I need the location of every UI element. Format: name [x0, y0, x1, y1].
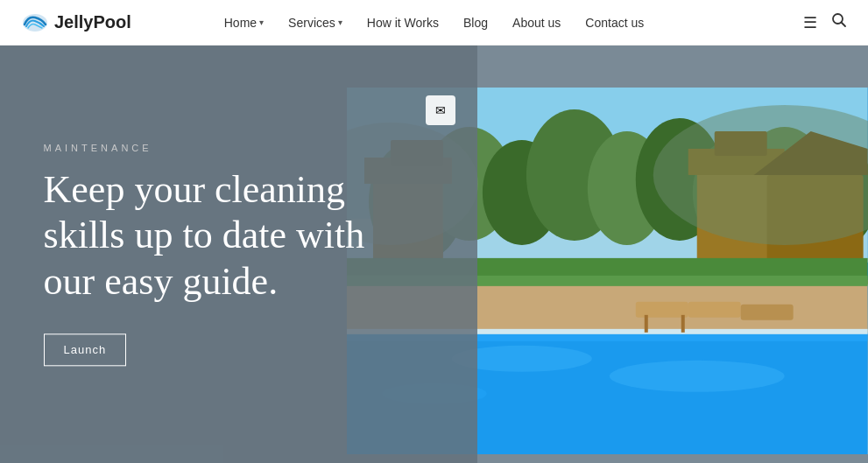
nav-item-about[interactable]: About us	[512, 15, 561, 31]
search-icon	[831, 14, 847, 32]
svg-rect-33	[681, 315, 685, 333]
navbar-actions: ☰	[803, 12, 847, 32]
nav-blog-label: Blog	[463, 16, 488, 30]
nav-item-how-it-works[interactable]: How it Works	[367, 15, 439, 31]
nav-contact-label: Contact us	[585, 16, 644, 30]
svg-line-2	[842, 23, 846, 27]
hero-badge-icon: ✉	[426, 95, 455, 125]
nav-how-it-works-label: How it Works	[367, 16, 439, 30]
svg-rect-30	[688, 302, 741, 318]
nav-home-label: Home	[224, 16, 257, 30]
svg-rect-32	[645, 315, 648, 333]
hero-cta-label: Launch	[64, 343, 107, 356]
nav-item-home[interactable]: Home ▾	[224, 16, 264, 30]
jellypool-logo-icon	[21, 9, 49, 37]
search-icon-button[interactable]	[831, 12, 847, 32]
navbar: JellyPool Home ▾ Services ▾ How it Works…	[0, 0, 868, 46]
hamburger-icon: ☰	[803, 14, 817, 32]
hero-title: Keep your cleaning skills up to date wit…	[44, 167, 377, 305]
svg-point-26	[610, 361, 785, 392]
badge-symbol: ✉	[435, 103, 446, 118]
nav-services-label: Services	[288, 16, 335, 30]
hero-cta-button[interactable]: Launch	[44, 333, 127, 366]
nav-links: Home ▾ Services ▾ How it Works Blog Abou…	[224, 15, 644, 31]
hero-section: ✉ MAINTENANCE Keep your cleaning skills …	[0, 46, 868, 463]
menu-icon-button[interactable]: ☰	[803, 13, 817, 32]
nav-item-services[interactable]: Services ▾	[288, 16, 342, 30]
brand-logo[interactable]: JellyPool	[21, 9, 131, 37]
nav-item-blog[interactable]: Blog	[463, 15, 488, 31]
home-dropdown-arrow: ▾	[259, 18, 264, 27]
brand-name: JellyPool	[54, 12, 131, 32]
hero-content: MAINTENANCE Keep your cleaning skills up…	[44, 143, 377, 366]
nav-item-contact[interactable]: Contact us	[585, 15, 644, 31]
svg-rect-29	[636, 302, 688, 318]
svg-rect-31	[741, 305, 794, 320]
hero-label: MAINTENANCE	[44, 143, 377, 153]
services-dropdown-arrow: ▾	[338, 18, 342, 27]
nav-about-label: About us	[512, 16, 561, 30]
